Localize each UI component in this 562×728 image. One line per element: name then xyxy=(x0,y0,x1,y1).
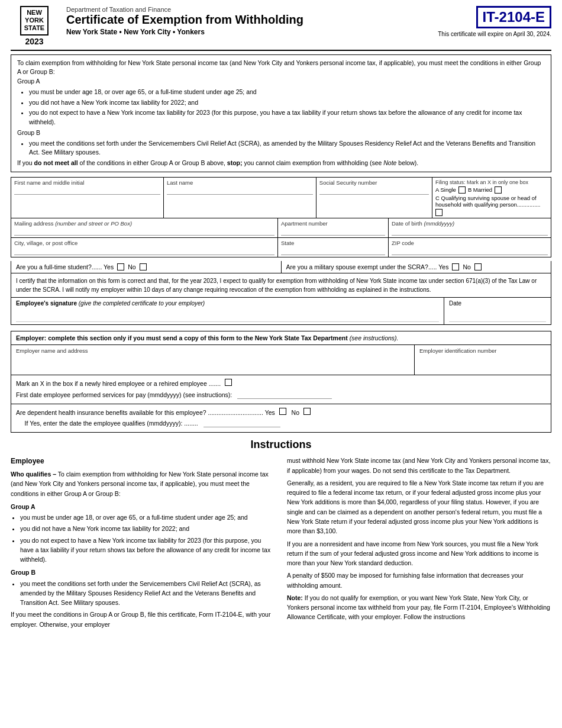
year-badge: 2023 xyxy=(25,37,43,46)
logo-line2: YORK xyxy=(25,17,44,24)
signature-row: Employee's signature (give the completed… xyxy=(11,298,551,325)
military-yes-checkbox[interactable] xyxy=(452,263,459,270)
employer-ein-cell: Employer identification number xyxy=(415,345,551,375)
file-cert-text: If you meet the conditions in Group A or… xyxy=(11,610,275,629)
list-item: you do not expect to have a New York inc… xyxy=(20,536,275,565)
state-input[interactable] xyxy=(281,247,385,255)
inst-group-b-label: Group B xyxy=(11,568,275,577)
last-name-label: Last name xyxy=(167,179,313,186)
instructions-right-col: must withhold New York State income tax … xyxy=(287,456,551,632)
employer-fields-row: Employer name and address Employer ident… xyxy=(11,345,551,375)
page-header: NEW YORK STATE 2023 Department of Taxati… xyxy=(11,6,551,51)
student-cell: Are you a full-time student?...... Yes N… xyxy=(11,261,282,273)
qualifying-checkbox[interactable] xyxy=(435,209,443,216)
instructions-left-col: Employee Who qualifies – To claim exempt… xyxy=(11,456,275,632)
student-no-label: No xyxy=(128,263,135,270)
instructions-title: Instructions xyxy=(11,439,551,451)
who-qualifies-para: Who qualifies – To claim exemption from … xyxy=(11,469,275,498)
city-input[interactable] xyxy=(14,247,274,255)
first-name-cell: First name and middle initial xyxy=(11,178,164,218)
address-cell: Mailing address (number and street or PO… xyxy=(11,218,278,237)
military-no-label: No xyxy=(463,263,470,270)
header-center: Department of Taxation and Finance Certi… xyxy=(58,6,433,36)
dob-cell: Date of birth (mmddyyyy) xyxy=(389,218,551,237)
note-text: If you do not qualify for exemption, or … xyxy=(287,594,550,621)
first-date-label: First date employee performed services f… xyxy=(16,391,232,398)
filing-status-cell: Filing status: Mark an X in only one box… xyxy=(432,178,551,218)
first-date-input[interactable] xyxy=(237,391,332,399)
logo-area: NEW YORK STATE 2023 xyxy=(11,6,58,46)
single-checkbox[interactable] xyxy=(458,186,466,194)
married-checkbox[interactable] xyxy=(495,186,502,194)
logo-line1: NEW xyxy=(27,9,42,16)
ssn-input[interactable] xyxy=(319,187,429,195)
form-number: IT-2104-E xyxy=(476,6,551,28)
instructions-intro: To claim exemption from withholding for … xyxy=(17,59,541,76)
zip-input[interactable] xyxy=(392,247,548,255)
instructions-warning: If you do not meet all of the conditions… xyxy=(17,159,418,166)
last-name-cell: Last name xyxy=(164,178,316,218)
form-subtitle: New York State • New York City • Yonkers xyxy=(66,28,433,36)
address-input[interactable] xyxy=(14,228,274,236)
signature-cell: Employee's signature (give the completed… xyxy=(11,298,444,324)
right-note: Note: If you do not qualify for exemptio… xyxy=(287,593,551,622)
apt-input[interactable] xyxy=(281,228,385,236)
list-item: you must be under age 18, or over age 65… xyxy=(20,513,275,522)
qualifies-text: If Yes, enter the date the employee qual… xyxy=(25,420,198,427)
student-military-row: Are you a full-time student?...... Yes N… xyxy=(11,261,551,273)
dob-input[interactable] xyxy=(392,228,548,236)
inst-group-b-list: you meet the conditions set forth under … xyxy=(20,579,275,608)
qualifies-date-input[interactable] xyxy=(204,420,280,427)
student-text: Are you a full-time student?...... Yes xyxy=(16,263,114,270)
student-no-checkbox[interactable] xyxy=(140,263,147,270)
cert-text-content: I certify that the information on this f… xyxy=(16,278,537,293)
student-yes-checkbox[interactable] xyxy=(117,263,124,270)
state-logo: NEW YORK STATE xyxy=(20,6,49,36)
new-hire-checkbox[interactable] xyxy=(225,379,232,386)
apt-label: Apartment number xyxy=(281,220,385,227)
note-label: Note: xyxy=(287,594,303,601)
military-no-checkbox[interactable] xyxy=(474,263,482,270)
date-label: Date xyxy=(449,300,461,307)
instructions-box: To claim exemption from withholding for … xyxy=(11,54,551,172)
employer-name-label: Employer name and address xyxy=(16,347,409,354)
who-qualifies-label: Who qualifies – xyxy=(11,471,56,478)
filing-status-row: A Single B Married xyxy=(435,186,548,194)
date-line[interactable] xyxy=(449,311,546,322)
ssn-label: Social Security number xyxy=(319,179,429,186)
signature-line[interactable] xyxy=(16,311,439,322)
new-hire-text: Mark an X in the box if a newly hired em… xyxy=(16,380,221,387)
dob-label: Date of birth (mmddyyyy) xyxy=(392,220,548,227)
employer-new-hire: Mark an X in the box if a newly hired em… xyxy=(11,375,551,404)
instructions-section: Instructions Employee Who qualifies – To… xyxy=(11,439,551,632)
address-label: Mailing address (number and street or PO… xyxy=(14,220,274,227)
employer-ein-label: Employer identification number xyxy=(419,347,546,354)
employer-header: Employer: complete this section only if … xyxy=(11,331,551,345)
health-ins-no-checkbox[interactable] xyxy=(303,408,311,415)
inst-group-a-list: you must be under age 18, or over age 65… xyxy=(20,513,275,564)
city-label: City, village, or post office xyxy=(14,240,274,246)
right-p1: must withhold New York State income tax … xyxy=(287,456,551,475)
military-text: Are you a military spouse exempt under t… xyxy=(286,263,449,270)
right-p4: A penalty of $500 may be imposed for fur… xyxy=(287,571,551,590)
health-ins-text: Are dependent health insurance benefits … xyxy=(16,409,275,416)
form-fields: First name and middle initial Last name … xyxy=(11,177,551,257)
logo-line3: STATE xyxy=(24,24,44,31)
married-label: B Married xyxy=(468,186,492,193)
employer-name-cell: Employer name and address xyxy=(11,345,415,375)
qualifying-label: C Qualifying surviving spouse or head of… xyxy=(435,195,548,208)
header-right: IT-2104-E This certificate will expire o… xyxy=(433,6,551,37)
fields-row-1: First name and middle initial Last name … xyxy=(11,178,551,218)
ssn-cell: Social Security number xyxy=(316,178,432,218)
last-name-input[interactable] xyxy=(167,187,313,195)
fields-row-2: Mailing address (number and street or PO… xyxy=(11,218,551,238)
first-name-input[interactable] xyxy=(14,187,160,195)
employer-header-text: Employer: complete this section only if … xyxy=(16,334,399,342)
date-cell: Date xyxy=(444,298,551,324)
zip-cell: ZIP code xyxy=(389,238,551,257)
health-ins-yes-checkbox[interactable] xyxy=(279,408,286,415)
sig-label: Employee's signature (give the completed… xyxy=(16,300,205,307)
right-p3: If you are a nonresident and have income… xyxy=(287,539,551,568)
list-item: you did not have a New York income tax l… xyxy=(20,524,275,533)
certification-text: I certify that the information on this f… xyxy=(11,273,551,298)
